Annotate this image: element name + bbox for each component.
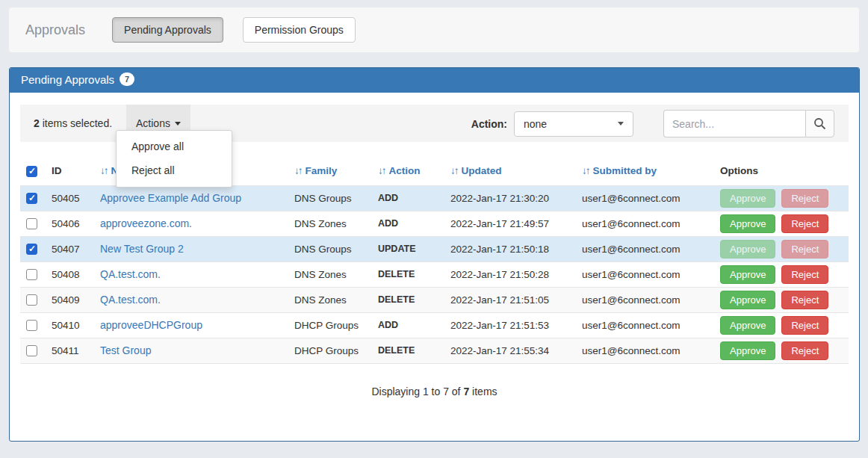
row-name-link[interactable]: Test Group (100, 344, 151, 356)
row-family: DNS Groups (288, 236, 372, 262)
row-name-link[interactable]: approveeDHCPGroup (100, 319, 202, 331)
row-name-link[interactable]: New Test Group 2 (100, 243, 184, 255)
row-checkbox[interactable] (26, 320, 37, 331)
panel-heading: Pending Approvals7 (10, 68, 859, 93)
row-action: ADD (372, 185, 444, 211)
count-badge: 7 (120, 72, 134, 86)
row-family: DNS Groups (288, 185, 372, 211)
approve-button[interactable]: Approve (720, 316, 775, 335)
approve-button[interactable]: Approve (720, 341, 775, 360)
row-id: 50410 (46, 312, 94, 338)
row-submitted-by: user1@6connect.com (576, 185, 714, 211)
panel-title: Pending Approvals (21, 73, 114, 86)
actions-dropdown-menu: Approve all Reject all (116, 130, 232, 188)
column-header-options: Options (714, 158, 849, 185)
row-family: DNS Zones (288, 262, 372, 287)
display-count-text: Displaying 1 to 7 of 7 items (20, 386, 849, 397)
select-all-checkbox[interactable] (26, 166, 37, 177)
reject-button[interactable]: Reject (781, 240, 828, 259)
row-updated: 2022-Jan-17 21:51:05 (444, 287, 576, 312)
table-row: 50406 approveezone.com. DNS Zones ADD 20… (20, 211, 849, 236)
row-updated: 2022-Jan-17 21:51:53 (444, 312, 576, 338)
row-updated: 2022-Jan-17 21:49:57 (444, 211, 576, 236)
row-id: 50411 (46, 338, 94, 363)
search-icon (813, 117, 826, 130)
row-checkbox[interactable] (26, 244, 37, 255)
row-id: 50406 (46, 211, 94, 236)
row-checkbox[interactable] (26, 345, 37, 356)
sort-icon: ↓↑ (294, 165, 302, 176)
column-header-family[interactable]: ↓↑Family (288, 158, 372, 185)
action-filter-select[interactable]: none (514, 111, 633, 137)
row-family: DHCP Groups (288, 338, 372, 363)
row-submitted-by: user1@6connect.com (576, 287, 714, 312)
search-button[interactable] (805, 110, 834, 137)
row-name-link[interactable]: QA.test.com. (100, 294, 161, 306)
row-submitted-by: user1@6connect.com (576, 312, 714, 338)
actions-label: Actions (136, 117, 170, 129)
table-row: 50409 QA.test.com. DNS Zones DELETE 2022… (20, 287, 849, 312)
approve-button[interactable]: Approve (720, 214, 775, 233)
row-action: UPDATE (372, 236, 444, 262)
reject-button[interactable]: Reject (781, 214, 828, 233)
menu-item-approve-all[interactable]: Approve all (117, 135, 232, 159)
row-action: ADD (372, 312, 444, 338)
reject-button[interactable]: Reject (781, 341, 828, 360)
table-row: 50410 approveeDHCPGroup DHCP Groups ADD … (20, 312, 849, 338)
reject-button[interactable]: Reject (781, 265, 828, 284)
table-row: 50405 Approvee Example Add Group DNS Gro… (20, 185, 849, 211)
selected-text: items selected. (40, 117, 112, 129)
row-id: 50407 (46, 236, 94, 262)
row-updated: 2022-Jan-17 21:55:34 (444, 338, 576, 363)
reject-button[interactable]: Reject (781, 189, 828, 208)
row-checkbox[interactable] (26, 269, 37, 280)
reject-button[interactable]: Reject (781, 316, 828, 335)
search-input[interactable] (663, 110, 805, 137)
column-header-id: ID (46, 158, 94, 185)
row-updated: 2022-Jan-17 21:50:18 (444, 236, 576, 262)
selected-items-info: 2 items selected. (34, 105, 112, 142)
row-id: 50408 (46, 262, 94, 287)
sort-icon: ↓↑ (582, 165, 589, 176)
selected-count: 2 (34, 117, 40, 129)
row-submitted-by: user1@6connect.com (576, 236, 714, 262)
row-action: DELETE (372, 287, 444, 312)
tab-pending-approvals[interactable]: Pending Approvals (112, 17, 223, 43)
approve-button[interactable]: Approve (720, 265, 775, 284)
row-checkbox[interactable] (26, 193, 37, 204)
tab-permission-groups[interactable]: Permission Groups (243, 17, 356, 43)
row-submitted-by: user1@6connect.com (576, 262, 714, 287)
row-name-link[interactable]: QA.test.com. (100, 268, 161, 280)
column-header-updated[interactable]: ↓↑Updated (444, 158, 576, 185)
table-row: 50408 QA.test.com. DNS Zones DELETE 2022… (20, 262, 849, 287)
approvals-table-body: 50405 Approvee Example Add Group DNS Gro… (20, 185, 849, 363)
menu-item-reject-all[interactable]: Reject all (117, 159, 232, 183)
row-updated: 2022-Jan-17 21:30:20 (444, 185, 576, 211)
row-action: DELETE (372, 262, 444, 287)
row-id: 50405 (46, 185, 94, 211)
row-action: DELETE (372, 338, 444, 363)
table-row: 50411 Test Group DHCP Groups DELETE 2022… (20, 338, 849, 363)
search-group (663, 110, 834, 137)
toolbar-right-controls: Action: none (471, 110, 834, 137)
caret-down-icon (618, 122, 624, 126)
column-header-submitted-by[interactable]: ↓↑Submitted by (576, 158, 714, 185)
column-header-action[interactable]: ↓↑Action (372, 158, 444, 185)
row-id: 50409 (46, 287, 94, 312)
panel-body: 2 items selected. Actions Action: none (10, 93, 859, 409)
row-submitted-by: user1@6connect.com (576, 211, 714, 236)
sort-icon: ↓↑ (100, 165, 108, 176)
row-checkbox[interactable] (26, 294, 37, 306)
row-updated: 2022-Jan-17 21:50:28 (444, 262, 576, 287)
approve-button[interactable]: Approve (720, 240, 775, 259)
row-checkbox[interactable] (26, 218, 37, 229)
reject-button[interactable]: Reject (781, 291, 828, 309)
approve-button[interactable]: Approve (720, 291, 775, 309)
approve-button[interactable]: Approve (720, 189, 775, 208)
row-action: ADD (372, 211, 444, 236)
row-family: DNS Zones (288, 287, 372, 312)
action-filter-value: none (524, 118, 618, 130)
caret-down-icon (175, 122, 181, 126)
row-name-link[interactable]: approveezone.com. (100, 217, 192, 229)
row-name-link[interactable]: Approvee Example Add Group (100, 192, 241, 204)
